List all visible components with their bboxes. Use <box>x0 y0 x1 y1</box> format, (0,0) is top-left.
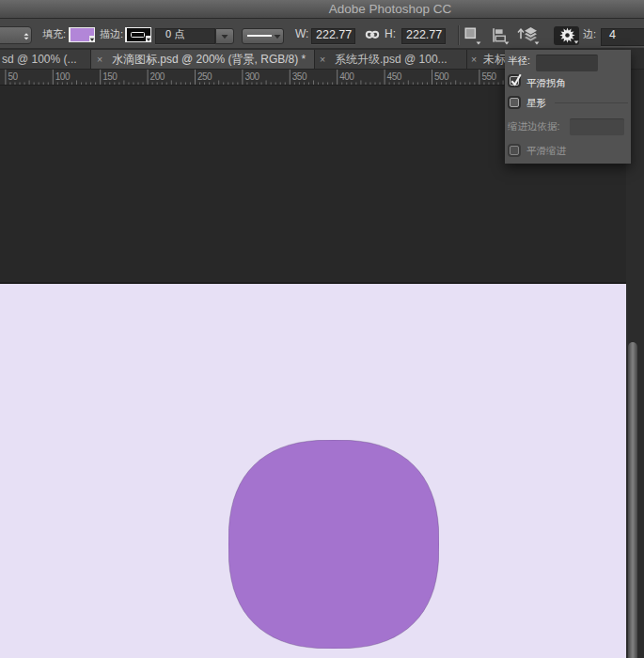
svg-text:200: 200 <box>150 71 165 82</box>
svg-text:100: 100 <box>55 71 71 82</box>
svg-text:500: 500 <box>434 71 449 82</box>
svg-text:50: 50 <box>8 71 18 82</box>
svg-text:450: 450 <box>387 71 402 82</box>
svg-text:350: 350 <box>292 71 307 82</box>
svg-text:400: 400 <box>339 71 354 82</box>
svg-text:300: 300 <box>244 71 259 82</box>
svg-text:150: 150 <box>102 71 118 82</box>
svg-text:550: 550 <box>481 71 496 82</box>
svg-text:250: 250 <box>197 71 212 82</box>
